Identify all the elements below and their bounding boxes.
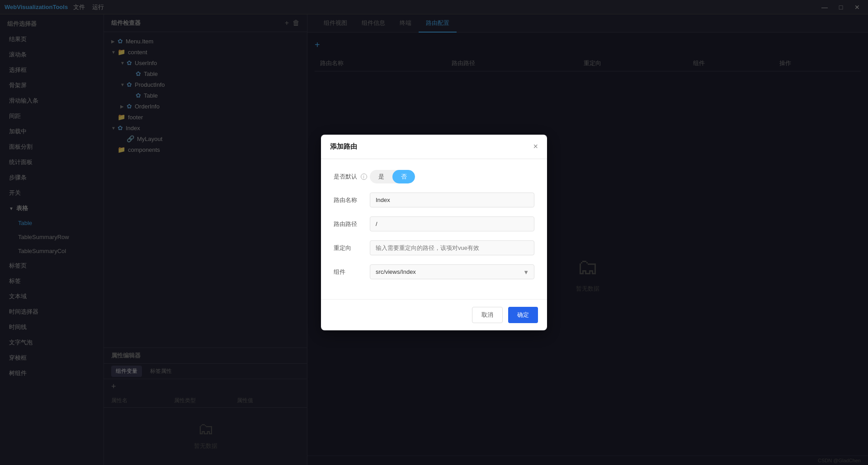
toggle-group-is-default: 是 否 — [370, 170, 415, 183]
field-value-redirect — [370, 240, 534, 255]
toggle-no[interactable]: 否 — [392, 170, 415, 183]
field-value-route-path — [370, 216, 534, 231]
select-component[interactable]: src/views/Index — [370, 264, 534, 279]
dialog-overlay[interactable]: 添加路由 × 是否默认 i 是 否 路由名称 — [0, 0, 868, 465]
info-icon-is-default[interactable]: i — [361, 174, 367, 180]
field-route-name: 路由名称 — [334, 193, 534, 207]
input-route-name[interactable] — [370, 193, 534, 207]
field-is-default: 是否默认 i 是 否 — [334, 170, 534, 183]
dialog-title: 添加路由 — [330, 142, 357, 151]
dialog-footer: 取消 确定 — [321, 299, 547, 330]
cancel-button[interactable]: 取消 — [472, 307, 503, 323]
field-value-route-name — [370, 193, 534, 207]
input-route-path[interactable] — [370, 216, 534, 231]
field-route-path: 路由路径 — [334, 216, 534, 231]
field-label-is-default: 是否默认 i — [334, 173, 370, 181]
field-label-route-name: 路由名称 — [334, 196, 370, 204]
toggle-yes[interactable]: 是 — [370, 170, 392, 183]
dialog-body: 是否默认 i 是 否 路由名称 路由路径 — [321, 159, 547, 299]
input-redirect[interactable] — [370, 240, 534, 255]
add-route-dialog: 添加路由 × 是否默认 i 是 否 路由名称 — [321, 135, 547, 330]
field-redirect: 重定向 — [334, 240, 534, 255]
field-value-is-default: 是 否 — [370, 170, 534, 183]
dialog-close-button[interactable]: × — [533, 142, 538, 151]
field-label-component: 组件 — [334, 268, 370, 276]
field-label-route-path: 路由路径 — [334, 220, 370, 228]
field-component: 组件 src/views/Index ▼ — [334, 264, 534, 279]
field-label-redirect: 重定向 — [334, 244, 370, 252]
confirm-button[interactable]: 确定 — [508, 307, 538, 323]
field-value-component: src/views/Index ▼ — [370, 264, 534, 279]
dialog-header: 添加路由 × — [321, 135, 547, 159]
